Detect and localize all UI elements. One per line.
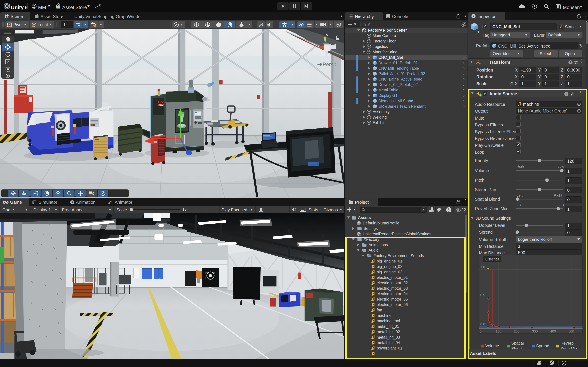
svg-text:Y: Y	[78, 25, 80, 27]
svg-text:π: π	[323, 126, 326, 130]
svg-text:?: ?	[570, 61, 571, 64]
svg-text:y: y	[326, 32, 328, 37]
svg-text:x: x	[314, 45, 317, 50]
svg-text:CNC: CNC	[158, 100, 166, 104]
svg-text:FTW: FTW	[159, 104, 163, 106]
